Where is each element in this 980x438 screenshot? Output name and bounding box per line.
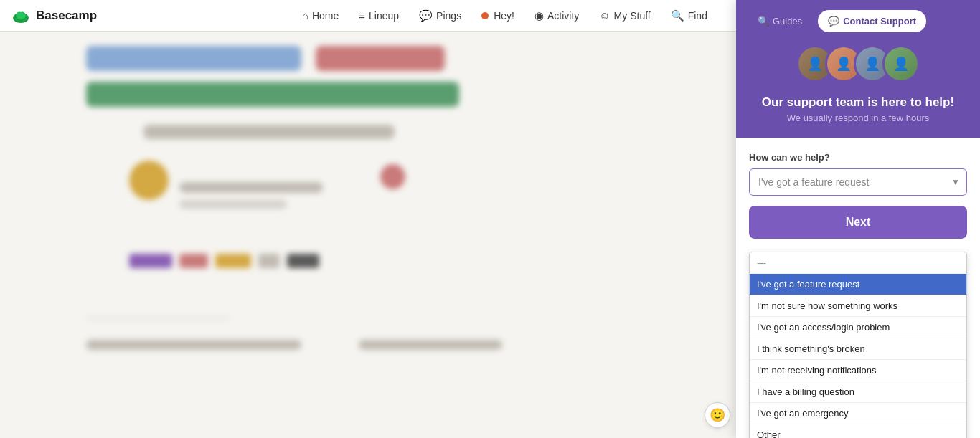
help-topic-select[interactable]: --- I've got a feature request I'm not s…: [749, 168, 967, 196]
panel-tabs: 🔍 Guides 💬 Contact Support: [736, 0, 980, 32]
dropdown-item-other[interactable]: Other: [750, 424, 966, 438]
nav-hey[interactable]: Hey!: [473, 6, 523, 25]
home-icon: ⌂: [302, 9, 308, 22]
guides-icon: 🔍: [758, 16, 769, 27]
nav-mystuff[interactable]: ☺ My Stuff: [590, 6, 659, 25]
nav-lineup-label: Lineup: [369, 10, 399, 22]
nav-mystuff-label: My Stuff: [614, 10, 651, 22]
form-label: How can we help?: [749, 152, 967, 163]
select-wrapper: --- I've got a feature request I'm not s…: [749, 168, 967, 196]
dropdown-item-broken[interactable]: I think something's broken: [750, 338, 966, 360]
tab-contact-label: Contact Support: [843, 16, 916, 27]
dropdown-item-feature[interactable]: I've got a feature request: [750, 274, 966, 295]
activity-icon: ◉: [534, 9, 544, 22]
lineup-icon: ≡: [359, 9, 365, 22]
panel-body: How can we help? --- I've got a feature …: [736, 138, 980, 438]
svg-point-1: [16, 12, 26, 19]
panel-header: 🔍 Guides 💬 Contact Support 👤 👤 👤 👤 Our s…: [736, 0, 980, 138]
nav-activity[interactable]: ◉ Activity: [526, 6, 588, 26]
support-avatar-4: 👤: [882, 45, 920, 82]
smiley-icon: 🙂: [710, 407, 725, 423]
next-button[interactable]: Next: [749, 206, 967, 239]
mystuff-icon: ☺: [599, 9, 610, 22]
dropdown-item-unsure[interactable]: I'm not sure how something works: [750, 295, 966, 317]
find-icon: 🔍: [671, 9, 684, 22]
dropdown-list: --- I've got a feature request I'm not s…: [749, 252, 967, 438]
pings-icon: 💬: [419, 9, 433, 22]
background-content: [0, 32, 703, 438]
panel-hero: Our support team is here to help! We usu…: [736, 90, 980, 138]
dropdown-item-emergency[interactable]: I've got an emergency: [750, 403, 966, 424]
hey-notification-dot: [481, 12, 489, 19]
nav-home[interactable]: ⌂ Home: [293, 6, 347, 25]
dropdown-item-notifications[interactable]: I'm not receiving notifications: [750, 360, 966, 381]
basecamp-icon: [11, 6, 30, 25]
tab-guides-label: Guides: [773, 16, 802, 27]
brand-logo[interactable]: Basecamp: [11, 6, 97, 25]
dropdown-item-access[interactable]: I've got an access/login problem: [750, 317, 966, 338]
nav-find[interactable]: 🔍 Find: [662, 6, 716, 26]
dropdown-item-dash[interactable]: ---: [750, 252, 966, 274]
smiley-feedback-button[interactable]: 🙂: [705, 402, 730, 428]
brand-name: Basecamp: [36, 9, 97, 23]
nav-pings[interactable]: 💬 Pings: [410, 6, 470, 26]
hero-heading: Our support team is here to help!: [750, 95, 966, 110]
nav-hey-label: Hey!: [494, 10, 514, 22]
dropdown-item-billing[interactable]: I have a billing question: [750, 381, 966, 403]
contact-icon: 💬: [828, 16, 839, 27]
next-button-label: Next: [846, 216, 871, 228]
nav-lineup[interactable]: ≡ Lineup: [350, 6, 407, 25]
support-avatars: 👤 👤 👤 👤: [736, 32, 980, 90]
nav-activity-label: Activity: [547, 10, 579, 22]
tab-guides[interactable]: 🔍 Guides: [748, 10, 812, 32]
nav-home-label: Home: [312, 10, 339, 22]
tab-contact-support[interactable]: 💬 Contact Support: [818, 10, 926, 32]
nav-pings-label: Pings: [436, 10, 461, 22]
nav-find-label: Find: [688, 10, 707, 22]
hero-subtext: We usually respond in a few hours: [750, 113, 966, 123]
support-panel: 🔍 Guides 💬 Contact Support 👤 👤 👤 👤 Our s…: [736, 0, 980, 438]
